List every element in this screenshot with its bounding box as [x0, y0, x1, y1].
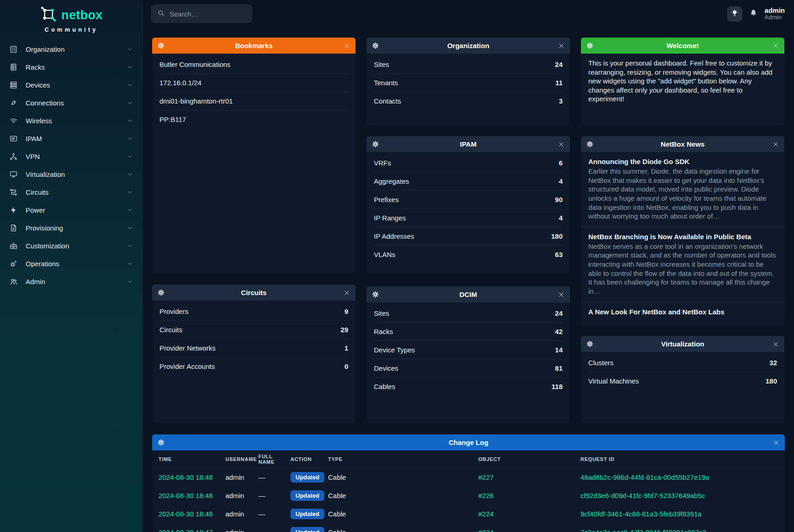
changelog-type: Cable: [323, 505, 474, 523]
stat-label: Providers: [159, 307, 188, 315]
bookmark-item[interactable]: dmi01-binghamton-rtr01: [159, 92, 348, 110]
changelog-column-header: REQUEST ID: [576, 450, 785, 468]
chevron-down-icon[interactable]: [126, 99, 133, 106]
close-icon[interactable]: [343, 43, 350, 49]
changelog-time-link[interactable]: 2024-08-30 18:48: [159, 473, 213, 481]
sidebar-item-devices[interactable]: Devices: [5, 76, 138, 94]
close-icon[interactable]: [772, 43, 779, 49]
changelog-widget: Change Log TIMEUSERNAMEFULL NAMEACTIONTY…: [152, 434, 785, 532]
stat-label: Tenants: [374, 79, 398, 87]
changelog-table: TIMEUSERNAMEFULL NAMEACTIONTYPEOBJECTREQ…: [152, 450, 785, 532]
changelog-request-link[interactable]: cf92d3e6-d09d-41fc-9fd7-52337649ab5c: [580, 492, 705, 499]
sidebar-item-label: Provisioning: [26, 224, 126, 232]
dcim-widget: DCIM Sites24Racks42Device Types14Devices…: [367, 286, 570, 423]
sidebar-item-admin[interactable]: Admin: [5, 273, 138, 291]
gear-icon[interactable]: [586, 340, 594, 347]
close-icon[interactable]: [772, 341, 779, 347]
chevron-down-icon[interactable]: [126, 189, 133, 196]
virtualization-widget: Virtualization Clusters32Virtual Machine…: [581, 336, 784, 423]
changelog-object-link[interactable]: #224: [478, 528, 493, 532]
close-icon[interactable]: [772, 439, 779, 446]
chevron-down-icon[interactable]: [126, 153, 133, 160]
sidebar-item-provisioning[interactable]: Provisioning: [5, 219, 138, 237]
changelog-column-header: ACTION: [286, 450, 323, 468]
welcome-widget: Welcome! This is your personal dashboard…: [581, 38, 784, 126]
gear-icon[interactable]: [586, 42, 594, 49]
changelog-request-link[interactable]: 7c3e4e3c-aec0-47f3-8946-f89391c007c2: [580, 528, 706, 532]
news-widget: NetBox News Announcing the Diode Go SDKE…: [581, 136, 784, 325]
sidebar-item-ipam[interactable]: IPAM: [5, 130, 138, 148]
gear-icon[interactable]: [372, 291, 379, 298]
changelog-time-link[interactable]: 2024-08-30 18:47: [159, 528, 213, 532]
changelog-time-link[interactable]: 2024-08-30 18:48: [159, 492, 213, 499]
sidebar-item-wireless[interactable]: Wireless: [5, 112, 138, 130]
chevron-down-icon[interactable]: [126, 242, 133, 249]
chevron-down-icon[interactable]: [126, 260, 133, 267]
sidebar-item-connections[interactable]: Connections: [5, 94, 138, 112]
chevron-down-icon[interactable]: [126, 171, 133, 178]
close-icon[interactable]: [772, 141, 779, 148]
sidebar-item-circuits[interactable]: Circuits: [5, 183, 138, 201]
gear-icon[interactable]: [158, 439, 165, 446]
changelog-fullname: —: [254, 468, 286, 486]
changelog-object-link[interactable]: #227: [478, 473, 493, 481]
sidebar-item-virtualization[interactable]: Virtualization: [5, 165, 138, 183]
bookmark-item[interactable]: 172.16.0.1/24: [159, 73, 348, 92]
theme-toggle-button[interactable]: [727, 6, 742, 22]
sidebar-item-label: IPAM: [26, 135, 126, 143]
changelog-request-link[interactable]: 9cf40fdf-3461-4c88-81a3-5feb39f8391a: [580, 510, 701, 518]
gear-icon[interactable]: [372, 42, 379, 49]
sidebar-item-power[interactable]: Power: [5, 201, 138, 219]
sidebar-item-racks[interactable]: Racks: [5, 58, 138, 76]
changelog-username: admin: [221, 523, 254, 532]
news-headline[interactable]: A New Look For NetBox and NetBox Labs: [588, 308, 777, 316]
user-name: admin: [765, 6, 785, 14]
close-icon[interactable]: [557, 43, 564, 49]
changelog-time-link[interactable]: 2024-08-30 18:48: [159, 510, 213, 518]
brand-subtitle: Community: [0, 26, 142, 33]
chevron-down-icon[interactable]: [126, 207, 133, 214]
gear-icon[interactable]: [158, 289, 165, 296]
chevron-down-icon[interactable]: [126, 278, 133, 285]
changelog-object-link[interactable]: #226: [478, 492, 493, 499]
user-menu[interactable]: admin Admin: [765, 6, 785, 21]
organization-widget-header: Organization: [367, 38, 570, 54]
close-icon[interactable]: [557, 141, 564, 148]
route-icon: [9, 188, 18, 197]
sidebar-item-customization[interactable]: Customization: [5, 237, 138, 255]
stat-label: Cables: [374, 383, 395, 390]
news-headline[interactable]: Announcing the Diode Go SDK: [588, 158, 777, 165]
close-icon[interactable]: [557, 291, 564, 298]
close-icon[interactable]: [343, 290, 350, 296]
chevron-down-icon[interactable]: [126, 117, 133, 124]
sidebar-item-organization[interactable]: Organization: [5, 40, 138, 58]
stat-value: 180: [551, 232, 563, 240]
changelog-object-link[interactable]: #224: [478, 510, 493, 518]
chevron-down-icon[interactable]: [126, 82, 133, 88]
chevron-down-icon[interactable]: [126, 225, 133, 231]
network-branch-icon: [9, 152, 18, 161]
changelog-column-header: OBJECT: [474, 450, 576, 468]
chevron-down-icon[interactable]: [126, 135, 133, 142]
sidebar-item-label: Operations: [26, 260, 126, 268]
global-search[interactable]: [151, 5, 252, 23]
search-input[interactable]: [170, 10, 246, 18]
welcome-text: This is your personal dashboard. Feel fr…: [581, 54, 784, 109]
changelog-column-header: FULL NAME: [254, 450, 286, 468]
chevron-down-icon[interactable]: [126, 46, 133, 53]
news-headline[interactable]: NetBox Branching is Now Available in Pub…: [588, 233, 777, 241]
bookmarks-list: Butler Communications172.16.0.1/24dmi01-…: [152, 54, 356, 128]
sidebar-item-vpn[interactable]: VPN: [5, 148, 138, 165]
changelog-request-link[interactable]: 48ad8b2c-986d-44fd-81ca-00d55b27e19a: [580, 473, 709, 481]
stat-value: 4: [559, 177, 563, 185]
bookmark-item[interactable]: PP:B117: [159, 110, 348, 128]
chevron-down-icon[interactable]: [126, 64, 133, 71]
bookmark-item[interactable]: Butler Communications: [159, 55, 348, 73]
netbox-logo[interactable]: netbox: [0, 5, 142, 25]
virtualization-widget-header: Virtualization: [581, 336, 784, 352]
sidebar-item-operations[interactable]: Operations: [5, 255, 138, 273]
gear-icon[interactable]: [586, 141, 594, 148]
notifications-button[interactable]: [749, 9, 758, 19]
gear-icon[interactable]: [158, 42, 165, 49]
gear-icon[interactable]: [372, 141, 379, 148]
